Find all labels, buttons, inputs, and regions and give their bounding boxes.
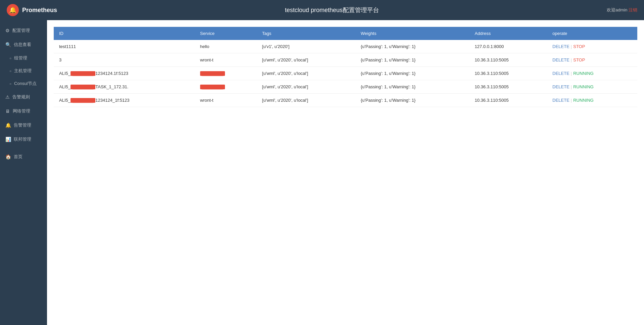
op-separator: | [571,84,572,89]
cell-weights: {u'Passing': 1, u'Warning': 1} [355,94,469,107]
running-button[interactable]: RUNNING [573,98,594,103]
cell-tags: [u'wml', u'2020', u'local'] [257,94,356,107]
sidebar-item-alert-mgmt[interactable]: 🔔 告警管理 [0,118,47,132]
cell-weights: {u'Passing': 1, u'Warning': 1} [355,67,469,80]
cell-operate: DELETE | RUNNING [547,94,637,107]
redacted-text: ████████ [71,98,95,103]
monitor-icon: 🖥 [5,108,10,114]
main-layout: ⚙ 配置管理 🔍 信息查看 组管理 主机管理 Consul节点 ⚠ 告警规则 🖥… [0,20,644,325]
search-icon: 🔍 [5,42,11,47]
col-header-address: Address [469,27,547,40]
sidebar-item-federation[interactable]: 📊 联邦管理 [0,132,47,146]
cell-weights: {u'Passing': 1, u'Warning': 1} [355,40,469,53]
sidebar-label-federation: 联邦管理 [14,136,31,142]
table-header-row: ID Service Tags Weights Address operate [54,27,637,40]
table-row: ALI5_████████1234124.1f:5123████████[u'w… [54,67,637,80]
cell-address: 10.36.3.110:5005 [469,94,547,107]
warning-icon: ⚠ [5,94,10,100]
sidebar-item-config[interactable]: ⚙ 配置管理 [0,24,47,38]
sidebar-item-alert-rules[interactable]: ⚠ 告警规则 [0,90,47,104]
sidebar-label-group: 组管理 [14,55,27,61]
sidebar-label-consul: Consul节点 [14,81,36,87]
delete-button[interactable]: DELETE [552,98,569,103]
cell-operate: DELETE | RUNNING [547,80,637,94]
cell-id: ALI5_████████1234124_1f:5123 [54,94,195,107]
gear-icon: ⚙ [5,28,10,33]
cell-weights: {u'Passing': 1, u'Warning': 1} [355,53,469,67]
page-title: testcloud prometheus配置管理平台 [57,6,607,14]
cell-operate: DELETE | STOP [547,53,637,67]
chart-icon: 📊 [5,137,11,142]
sidebar-label-host: 主机管理 [14,68,32,74]
sidebar-item-host[interactable]: 主机管理 [0,64,47,77]
cell-id: ALI5_████████1234124.1f:5123 [54,67,195,80]
table-row: ALI5_████████TASK_1_172.31.████████[u'wm… [54,80,637,94]
cell-id: ALI5_████████TASK_1_172.31. [54,80,195,94]
top-header: 🔔 Prometheus testcloud prometheus配置管理平台 … [0,0,644,20]
cell-operate: DELETE | STOP [547,40,637,53]
cell-service: wront-t [195,94,257,107]
op-row: DELETE | RUNNING [552,98,632,103]
redacted-service: ████████ [200,85,225,89]
sidebar-label-home: 首页 [14,154,22,160]
op-row: DELETE | STOP [552,44,632,49]
table-row: 3wront-t[u'wml', u'2020', u'local']{u'Pa… [54,53,637,67]
sidebar-item-network[interactable]: 🖥 网络管理 [0,104,47,118]
redacted-service: ████████ [200,71,225,76]
cell-tags: [u'v1', u'2020'] [257,40,356,53]
col-header-service: Service [195,27,257,40]
cell-operate: DELETE | RUNNING [547,67,637,80]
delete-button[interactable]: DELETE [552,84,569,89]
redacted-text: ████████ [71,85,95,89]
sidebar-label-info: 信息查看 [14,42,31,48]
cell-id: test1111 [54,40,195,53]
app-name: Prometheus [22,7,57,14]
cell-address: 127.0.0.1:8000 [469,40,547,53]
col-header-operate: operate [547,27,637,40]
header-user-area: 欢迎admin 注销 [607,7,637,13]
op-separator: | [571,57,572,62]
logout-link[interactable]: 注销 [629,7,637,12]
running-button[interactable]: RUNNING [573,71,594,76]
services-table: ID Service Tags Weights Address operate … [54,27,637,107]
sidebar: ⚙ 配置管理 🔍 信息查看 组管理 主机管理 Consul节点 ⚠ 告警规则 🖥… [0,20,47,325]
sidebar-item-info[interactable]: 🔍 信息查看 [0,38,47,52]
stop-button[interactable]: STOP [573,57,585,62]
sidebar-item-consul[interactable]: Consul节点 [0,77,47,90]
delete-button[interactable]: DELETE [552,57,569,62]
op-separator: | [571,98,572,103]
cell-id: 3 [54,53,195,67]
cell-address: 10.36.3.110:5005 [469,53,547,67]
bell-icon: 🔔 [5,123,11,128]
op-row: DELETE | STOP [552,57,632,62]
cell-address: 10.36.3.110:5005 [469,80,547,94]
stop-button[interactable]: STOP [573,44,585,49]
cell-tags: [u'wml', u'2020', u'local'] [257,80,356,94]
welcome-text: 欢迎admin [607,7,627,12]
delete-button[interactable]: DELETE [552,44,569,49]
sidebar-item-group[interactable]: 组管理 [0,52,47,64]
sidebar-label-config: 配置管理 [12,28,30,34]
table-row: test1111hello[u'v1', u'2020']{u'Passing'… [54,40,637,53]
prometheus-logo-icon: 🔔 [7,4,19,16]
op-row: DELETE | RUNNING [552,84,632,89]
table-row: ALI5_████████1234124_1f:5123wront-t[u'wm… [54,94,637,107]
col-header-tags: Tags [257,27,356,40]
running-button[interactable]: RUNNING [573,84,594,89]
logo-area: 🔔 Prometheus [7,4,57,16]
sidebar-label-network: 网络管理 [13,108,30,114]
sidebar-label-alert-mgmt: 告警管理 [14,122,31,128]
cell-service: ████████ [195,67,257,80]
redacted-text: ████████ [71,71,95,76]
delete-button[interactable]: DELETE [552,71,569,76]
op-separator: | [571,71,572,76]
cell-service: ████████ [195,80,257,94]
main-content: ID Service Tags Weights Address operate … [47,20,644,325]
op-row: DELETE | RUNNING [552,71,632,76]
col-header-id: ID [54,27,195,40]
cell-service: hello [195,40,257,53]
cell-tags: [u'wml', u'2020', u'local'] [257,53,356,67]
cell-tags: [u'wml', u'2020', u'local'] [257,67,356,80]
sidebar-item-home[interactable]: 🏠 首页 [0,150,47,164]
cell-weights: {u'Passing': 1, u'Warning': 1} [355,80,469,94]
